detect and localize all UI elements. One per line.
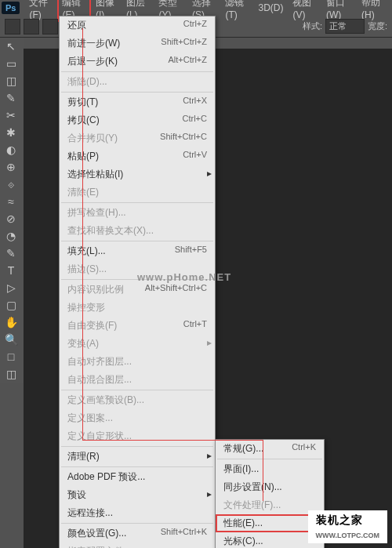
shortcut: Ctrl+T [183,319,207,332]
menu-item[interactable]: 粘贴(P)Ctrl+V [60,147,215,165]
tool-18[interactable]: □ [0,348,22,365]
tool-9[interactable]: ≈ [0,193,22,210]
menu-item: 清除(E) [60,183,215,201]
style-label: 样式: [303,20,322,32]
shortcut: Alt+Ctrl+Z [168,55,207,68]
menu-item[interactable]: 选择性粘贴(I)▸ [60,165,215,183]
tool-11[interactable]: ◔ [0,227,22,245]
shortcut: Ctrl+X [183,96,207,109]
menu-item: 内容识别比例Alt+Shift+Ctrl+C [60,281,215,299]
tool-14[interactable]: ▷ [0,279,22,296]
separator [61,523,213,524]
menu-item-label: 清理(R) [67,450,100,463]
separator [61,241,213,241]
submenu-arrow-icon: ▸ [207,488,212,499]
tool-4[interactable]: ✂ [0,107,22,124]
menu-item-label: 操控变形 [67,301,105,314]
menu-item-label: 同步设置(N)... [223,481,282,494]
width-label: 宽度: [368,20,387,32]
tool-15[interactable]: ▢ [0,296,22,314]
menu-item[interactable]: 填充(L)...Shift+F5 [60,242,215,260]
menu-item[interactable]: 界面(I)... [216,460,324,478]
menu-item[interactable]: 同步设置(N)... [216,478,324,496]
tool-10[interactable]: ⊘ [0,210,22,227]
shortcut: Shift+Ctrl+C [160,132,207,145]
tool-0[interactable]: ↖ [0,38,22,55]
separator [61,466,213,467]
marquee-tool-icon[interactable] [5,19,20,34]
menu-item-label: 自动混合图层... [67,373,132,387]
menu-item-label: 还原 [67,19,86,32]
submenu-arrow-icon: ▸ [207,168,212,179]
menu-3d[interactable]: 3D(D) [253,1,288,15]
menu-item: 操控变形 [60,299,215,317]
menu-item-label: 后退一步(K) [67,55,118,68]
tool-1[interactable]: ▭ [0,55,22,72]
menu-item[interactable]: 拷贝(C)Ctrl+C [60,111,215,129]
tool-7[interactable]: ⊕ [0,158,22,176]
menu-item[interactable]: Adobe PDF 预设... [60,468,215,486]
menu-item: 指定配置文件... [60,543,215,548]
menu-item-label: 清除(E) [67,186,99,199]
menu-item-label: 定义画笔预设(B)... [67,394,144,407]
menu-item[interactable]: 颜色设置(G)...Shift+Ctrl+K [60,524,215,543]
tool-19[interactable]: ◫ [0,365,22,383]
shortcut: Shift+Ctrl+Z [161,37,207,50]
tool-2[interactable]: ◫ [0,72,22,89]
separator [61,71,213,72]
menu-item: 定义画笔预设(B)... [60,391,215,409]
menu-item-label: 自动对齐图层... [67,355,132,368]
menu-item-label: 定义图案... [67,412,113,425]
mode-icon-2[interactable] [42,19,58,34]
menu-item-label: 常规(G)... [223,442,263,455]
tool-6[interactable]: ◐ [0,141,22,158]
menu-item-label: 查找和替换文本(X)... [67,224,154,238]
menu-item[interactable]: 前进一步(W)Shift+Ctrl+Z [60,34,215,53]
menu-item[interactable]: 预设▸ [60,486,215,504]
menu-item-label: 渐隐(D)... [67,75,107,89]
separator [61,202,213,203]
menu-item: 自动混合图层... [60,371,215,389]
separator [61,446,213,447]
tool-17[interactable]: 🔍 [0,331,22,348]
shortcut: Shift+Ctrl+K [161,527,207,540]
menu-item: 拼写检查(H)... [60,204,215,222]
separator [61,92,213,93]
menu-item-label: 定义自定形状... [67,430,132,443]
menu-item-label: 描边(S)... [67,263,107,276]
menu-view[interactable]: 视图(V) [288,0,321,22]
shortcut: Ctrl+C [183,114,207,127]
tool-5[interactable]: ✱ [0,124,22,141]
menu-item[interactable]: 远程连接... [60,504,215,522]
tool-12[interactable]: ✎ [0,245,22,262]
menu-item[interactable]: 清理(R)▸ [60,448,215,466]
tool-8[interactable]: ⟐ [0,176,22,193]
shortcut: Ctrl+Z [183,19,207,32]
shortcut: Alt+Shift+Ctrl+C [145,283,207,296]
menu-item-label: 填充(L)... [67,245,106,258]
separator [61,390,213,390]
menu-item-label: 前进一步(W) [67,37,120,50]
menu-item: 自动对齐图层... [60,353,215,371]
menu-item[interactable]: 后退一步(K)Alt+Ctrl+Z [60,53,215,71]
menu-item-label: 预设 [67,488,86,502]
menu-item[interactable]: 剪切(T)Ctrl+X [60,93,215,111]
tool-16[interactable]: ✋ [0,314,22,331]
submenu-arrow-icon: ▸ [207,337,212,348]
menu-item-label: 自由变换(F) [67,319,117,332]
shortcut: Ctrl+V [183,150,207,163]
shortcut: Shift+F5 [175,245,207,258]
menu-item[interactable]: 常规(G)...Ctrl+K [216,440,324,458]
menu-item[interactable]: 还原Ctrl+Z [60,16,215,34]
ps-logo: Ps [2,2,20,14]
shortcut: Ctrl+K [292,442,316,455]
watermark-lotpc: 装机之家 WWW.LOTPC.COM [308,510,387,543]
tool-3[interactable]: ✎ [0,89,22,107]
mode-icon[interactable] [24,19,39,34]
menu-filter[interactable]: 滤镜(T) [220,0,253,22]
style-select[interactable]: 正常 [325,19,365,34]
menu-item: 合并拷贝(Y)Shift+Ctrl+C [60,129,215,147]
tool-13[interactable]: T [0,262,22,279]
menu-item: 定义图案... [60,409,215,427]
menu-item-label: 合并拷贝(Y) [67,132,118,145]
